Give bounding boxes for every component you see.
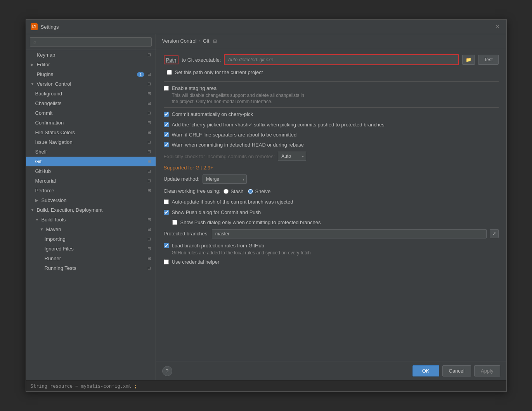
path-input[interactable] [224,54,459,65]
show-push-protected-label: Show Push dialog only when committing to… [180,219,321,226]
settings-icon: ⊟ [147,130,151,135]
enable-staging-note2: the project. Only for non-modal commit i… [172,99,305,104]
plugins-badge: 1 [137,72,144,77]
sidebar-item-mercurial[interactable]: Mercurial ⊟ [26,176,156,186]
protected-branches-row: Protected branches: ⤢ [164,229,499,238]
statusbar-text: String resource = mybatis-config.xml ; [31,383,137,389]
sidebar-item-perforce[interactable]: Perforce ⊟ [26,186,156,195]
dialog-title: Settings [41,24,59,30]
search-input[interactable] [30,37,152,47]
explicitly-check-select[interactable]: Auto Always Never [278,152,306,161]
sidebar-item-label: File Status Colors [35,130,146,135]
warn-detached-checkbox[interactable] [164,142,169,147]
enable-staging-note1: This will disable changelists support an… [172,93,305,98]
warn-crlf-checkbox[interactable] [164,132,169,137]
show-push-row: Show Push dialog for Commit and Push [164,209,499,216]
settings-icon: ⊟ [147,81,151,86]
main-content: Version Control › Git ⊟ Path to Git exec… [156,34,506,380]
enable-staging-checkbox[interactable] [164,86,169,91]
show-push-protected-checkbox[interactable] [172,220,177,225]
shelve-label: Shelve [255,188,270,194]
settings-icon: ⊟ [147,111,151,116]
help-button[interactable]: ? [162,366,172,376]
sidebar-item-confirmation[interactable]: Confirmation ⊟ [26,118,156,128]
stash-radio[interactable] [224,189,229,194]
sidebar-item-importing[interactable]: Importing ⊟ [26,234,156,244]
sidebar-item-keymap[interactable]: Keymap ⊟ [26,50,156,60]
sidebar-item-label: Subversion [42,197,151,203]
sidebar-item-version-control[interactable]: ▼ Version Control ⊟ [26,79,156,89]
explicitly-check-row: Explicitly check for incoming commits on… [164,152,499,161]
add-cherry-checkbox[interactable] [164,122,169,127]
breadcrumb-parent: Version Control [162,38,197,44]
sidebar-item-subversion[interactable]: ▶ Subversion [26,195,156,205]
sidebar-item-ignored-files[interactable]: Ignored Files ⊟ [26,244,156,254]
auto-update-label: Auto-update if push of the current branc… [172,199,293,206]
sidebar-item-changelists[interactable]: Changelists ⊟ [26,98,156,108]
sidebar-item-label: Shelf [35,149,146,155]
set-path-row: Set this path only for the current proje… [167,69,499,76]
sidebar-item-build-tools[interactable]: ▼ Build Tools ⊟ [26,215,156,224]
sidebar-item-label: Commit [35,110,146,116]
set-path-checkbox[interactable] [167,70,172,75]
sidebar-item-background[interactable]: Background ⊟ [26,89,156,98]
expand-icon: ▶ [31,62,35,67]
supported-text: Supported for Git 2.9+ [164,165,499,171]
sidebar-item-commit[interactable]: Commit ⊟ [26,108,156,118]
browse-button[interactable]: 📁 [462,55,475,65]
sidebar-item-label: Ignored Files [45,246,146,252]
show-push-checkbox[interactable] [164,210,169,215]
title-bar: IJ Settings × [26,20,506,34]
use-credential-checkbox[interactable] [164,259,169,264]
sidebar-item-runner[interactable]: Runner ⊟ [26,254,156,263]
use-credential-label: Use credential helper [172,259,220,266]
update-method-label: Update method: [164,176,200,183]
sidebar-item-shelf[interactable]: Shelf ⊟ [26,147,156,157]
show-push-label: Show Push dialog for Commit and Push [172,209,261,216]
warn-crlf-label: Warn if CRLF line separators are about t… [172,131,297,138]
explicitly-check-label: Explicitly check for incoming commits on… [164,154,275,159]
ok-button[interactable]: OK [412,365,439,376]
commit-cherry-checkbox[interactable] [164,112,169,117]
settings-icon: ⊟ [147,246,151,251]
protected-branches-label: Protected branches: [164,230,209,237]
protected-branches-input[interactable] [212,229,487,238]
clean-working-tree-label: Clean working tree using: [164,188,221,195]
cancel-button[interactable]: Cancel [442,365,471,376]
expand-branches-button[interactable]: ⤢ [490,229,499,238]
sidebar-item-running-tests[interactable]: Running Tests ⊟ [26,263,156,273]
shelve-radio[interactable] [248,189,253,194]
test-button[interactable]: Test [478,55,498,65]
apply-button[interactable]: Apply [474,365,500,376]
clean-radio-group: Stash Shelve [224,188,270,194]
clean-working-tree-row: Clean working tree using: Stash Shelve [164,188,499,195]
sidebar-item-issue-navigation[interactable]: Issue Navigation ⊟ [26,137,156,147]
sidebar-item-label: Build, Execution, Deployment [37,207,151,213]
warn-crlf-row: Warn if CRLF line separators are about t… [164,131,499,138]
sidebar-item-label: Confirmation [35,120,146,126]
sidebar-item-github[interactable]: GitHub ⊟ [26,166,156,176]
close-button[interactable]: × [494,23,502,31]
load-branch-protection-checkbox[interactable] [164,243,169,248]
settings-icon: ⊟ [147,149,151,154]
bottom-bar: ? OK Cancel Apply [156,361,506,380]
git-icon: ⊟ [213,38,217,44]
bottom-buttons: OK Cancel Apply [412,365,500,376]
sidebar-item-file-status-colors[interactable]: File Status Colors ⊟ [26,128,156,137]
sidebar-item-editor[interactable]: ▶ Editor [26,60,156,69]
settings-icon: ⊟ [147,91,151,96]
auto-update-checkbox[interactable] [164,199,169,204]
sidebar-item-plugins[interactable]: Plugins 1 ⊟ [26,69,156,79]
path-label: Path [164,55,179,64]
warn-detached-label: Warn when committing in detached HEAD or… [172,142,304,149]
sidebar-item-build-execution[interactable]: ▼ Build, Execution, Deployment [26,205,156,215]
expand-icon: ▶ [35,198,40,202]
sidebar-item-git[interactable]: Git ⊟ [26,157,156,166]
update-method-select[interactable]: Merge Rebase Branch Default [203,174,247,184]
settings-icon: ⊟ [147,159,151,164]
sidebar-item-maven[interactable]: ▼ Maven ⊟ [26,224,156,234]
use-credential-row: Use credential helper [164,259,499,266]
sidebar: Keymap ⊟ ▶ Editor Plugins 1 ⊟ ▼ Version … [26,34,156,380]
settings-icon: ⊟ [147,237,151,242]
expand-icon: ▼ [31,82,35,86]
